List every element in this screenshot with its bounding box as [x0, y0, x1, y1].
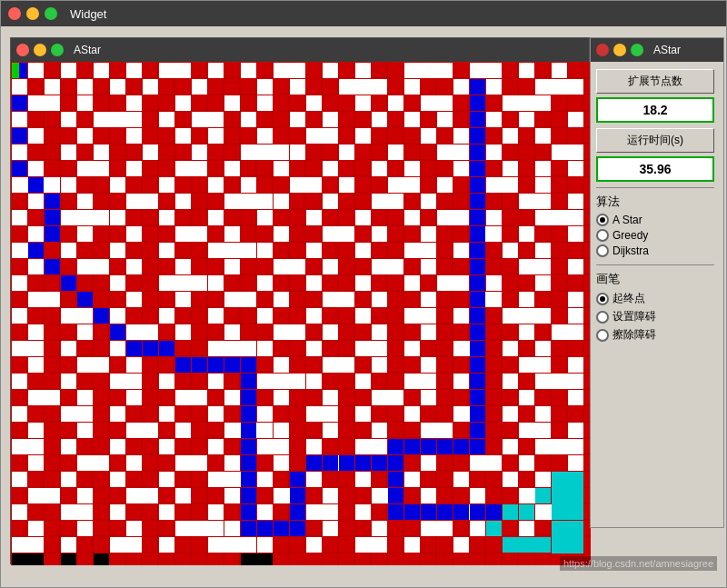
svg-rect-350	[61, 439, 76, 454]
svg-rect-138	[290, 145, 305, 160]
svg-rect-73	[241, 63, 256, 78]
svg-rect-521	[421, 504, 436, 520]
svg-rect-105	[503, 95, 551, 111]
svg-rect-343	[323, 423, 338, 438]
brush-radio-set-obstacle[interactable]: 设置障碍	[596, 309, 718, 324]
svg-rect-106	[12, 112, 27, 127]
svg-rect-313	[28, 390, 60, 405]
svg-rect-271	[323, 324, 338, 340]
svg-rect-425	[208, 537, 256, 553]
svg-rect-165	[388, 177, 420, 193]
svg-rect-436	[241, 553, 273, 565]
outer-title: Widget	[70, 7, 106, 21]
outer-close-button[interactable]	[8, 7, 21, 20]
svg-rect-381	[404, 472, 420, 487]
svg-rect-323	[519, 390, 534, 405]
inner-window-right: AStar 扩展节点数 18.2 运行时间(s) 35.96 算法 A Star…	[590, 37, 724, 528]
svg-rect-240	[535, 275, 551, 291]
brush-radio-erase-obstacle[interactable]: 擦除障碍	[596, 327, 718, 343]
svg-rect-466	[241, 488, 256, 503]
svg-rect-90	[404, 79, 420, 95]
right-min-button[interactable]	[613, 44, 626, 56]
svg-rect-181	[12, 210, 27, 225]
svg-rect-92	[486, 79, 502, 95]
brush-radio-start-end[interactable]: 起终点	[596, 291, 718, 306]
svg-rect-411	[126, 521, 142, 536]
set-obstacle-label: 设置障碍	[612, 309, 656, 324]
svg-rect-91	[453, 79, 469, 95]
svg-rect-83	[77, 79, 93, 95]
right-title: AStar	[653, 44, 681, 56]
right-close-button[interactable]	[596, 44, 609, 56]
svg-rect-277	[12, 341, 44, 356]
greedy-label: Greedy	[612, 229, 648, 242]
outer-max-button[interactable]	[45, 7, 57, 20]
svg-rect-348	[568, 423, 583, 438]
svg-rect-502	[470, 439, 485, 454]
left-close-button[interactable]	[16, 44, 29, 56]
svg-rect-442	[45, 194, 60, 209]
svg-rect-413	[224, 521, 240, 536]
svg-rect-370	[470, 455, 502, 471]
grid-area[interactable]	[11, 62, 591, 565]
svg-rect-189	[404, 210, 420, 225]
svg-rect-84	[110, 79, 125, 95]
svg-rect-180	[568, 194, 583, 209]
svg-rect-426	[257, 537, 273, 553]
svg-rect-418	[470, 521, 485, 536]
svg-rect-279	[110, 341, 125, 356]
svg-rect-496	[470, 341, 485, 356]
svg-rect-284	[355, 341, 387, 356]
svg-rect-248	[372, 292, 387, 307]
svg-rect-185	[208, 210, 224, 225]
svg-rect-115	[404, 112, 420, 127]
svg-rect-273	[421, 324, 436, 340]
svg-rect-468	[241, 521, 256, 536]
runtime-button[interactable]: 运行时间(s)	[596, 128, 714, 153]
svg-rect-400	[159, 504, 174, 520]
svg-rect-220	[175, 259, 191, 274]
svg-rect-153	[453, 161, 469, 176]
svg-rect-470	[274, 521, 289, 536]
svg-rect-365	[224, 455, 240, 471]
svg-rect-362	[77, 455, 109, 471]
svg-rect-503	[453, 439, 469, 454]
svg-rect-276	[552, 324, 583, 340]
algorithm-radio-astar[interactable]: A Star	[596, 214, 718, 226]
svg-rect-452	[143, 341, 158, 356]
svg-rect-366	[274, 455, 289, 471]
svg-rect-195	[126, 226, 142, 242]
svg-rect-245	[224, 292, 256, 307]
right-max-button[interactable]	[631, 44, 643, 56]
svg-rect-154	[503, 161, 518, 176]
svg-rect-325	[12, 406, 27, 422]
svg-rect-174	[274, 194, 289, 209]
svg-rect-359	[503, 439, 518, 454]
left-min-button[interactable]	[34, 44, 46, 56]
svg-rect-266	[77, 324, 93, 340]
svg-rect-177	[421, 194, 436, 209]
svg-rect-328	[159, 406, 174, 422]
algorithm-radio-greedy[interactable]: Greedy	[596, 229, 718, 242]
svg-rect-299	[519, 357, 551, 373]
svg-rect-456	[208, 357, 224, 373]
svg-rect-227	[519, 259, 551, 274]
algorithm-radio-dijkstra[interactable]: Dijkstra	[596, 244, 718, 257]
expand-nodes-button[interactable]: 扩展节点数	[596, 69, 714, 94]
right-panel-content: 扩展节点数 18.2 运行时间(s) 35.96 算法 A Star Greed…	[591, 62, 723, 357]
svg-rect-486	[470, 177, 485, 193]
svg-rect-131	[535, 128, 551, 144]
outer-min-button[interactable]	[26, 7, 39, 20]
svg-rect-331	[306, 406, 338, 422]
svg-rect-175	[323, 194, 338, 209]
svg-rect-513	[503, 504, 518, 520]
svg-rect-69	[94, 63, 109, 78]
svg-rect-303	[110, 374, 142, 389]
svg-rect-317	[224, 390, 240, 405]
start-end-label: 起终点	[612, 291, 645, 306]
svg-rect-372	[568, 455, 583, 471]
svg-rect-306	[257, 374, 305, 389]
left-max-button[interactable]	[51, 44, 64, 56]
svg-rect-478	[355, 455, 371, 471]
svg-rect-380	[355, 472, 371, 487]
